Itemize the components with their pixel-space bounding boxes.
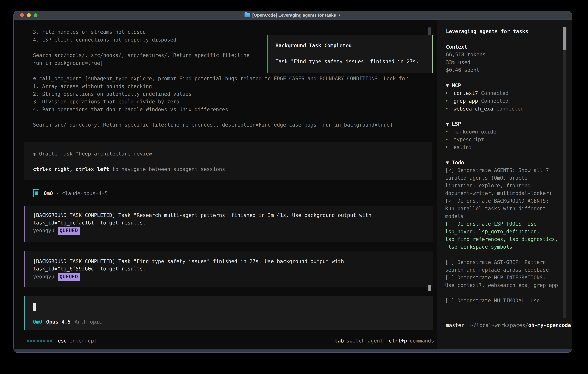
separator-dot: ·: [53, 190, 62, 197]
ctrlp-key-label: ctrl+p: [389, 337, 407, 345]
mcp-section-header[interactable]: ▼ MCP: [446, 82, 461, 89]
session-title: Leveraging agents for tasks: [446, 28, 528, 35]
mcp-item: • grep_app Connected: [445, 97, 508, 105]
toast-title: Background Task Completed: [275, 42, 352, 50]
checkbox-empty-icon: [ ]: [445, 275, 457, 280]
agent-model: claude-opus-4-5: [62, 190, 108, 197]
context-heading: Context: [446, 43, 467, 51]
terminal-pane: 3. File handles or streams not closed 4.…: [14, 20, 437, 349]
agent-square-icon: [33, 189, 39, 197]
scrollback-line: run_in_background=true]: [33, 59, 103, 67]
todo-item-pending: [ ] Demonstrate AST-GREP: Pattern search…: [445, 259, 567, 274]
ctrlp-action-label: commands: [410, 337, 434, 345]
prompt-input[interactable]: OmO Opus 4.5 Anthropic: [24, 296, 433, 330]
todo-list: [✓] Demonstrate AGENTS: Show all 7 curat…: [445, 166, 567, 304]
sidebar-scrollbar-track[interactable]: [563, 27, 567, 318]
chevron-down-icon: ▼: [446, 159, 449, 166]
background-task-message: [BACKGROUND TASK COMPLETED] Task "Resear…: [24, 206, 433, 242]
lsp-item: • typescript: [445, 136, 484, 144]
agent-name: OmO: [44, 190, 53, 197]
window-title: [OpenCode] Leveraging agents for tasks: [252, 13, 336, 18]
message-text: [BACKGROUND TASK COMPLETED] Task "Find t…: [33, 258, 344, 265]
bullet-icon: •: [445, 128, 454, 136]
tool-call-tail: Search src/ directory. Return specific f…: [33, 121, 393, 129]
message-text: task_id="bg_dcfac161" to get results.: [33, 219, 146, 227]
bullet-icon: •: [445, 89, 454, 97]
bullet-icon: •: [445, 144, 454, 151]
esc-action-label: interrupt: [69, 337, 97, 345]
sidebar-scrollbar-thumb[interactable]: [563, 27, 567, 50]
workspace-path: ~/local-workspaces/oh-my-opencode:: [446, 314, 572, 337]
background-task-message: [BACKGROUND TASK COMPLETED] Task "Find t…: [24, 251, 433, 287]
todo-section-header[interactable]: ▼ Todo: [446, 159, 464, 166]
shortcut-keys: ctrl+x right, ctrl+x left: [33, 166, 109, 172]
context-tokens: 66,518 tokens: [446, 51, 485, 58]
lsp-item: • eslint: [445, 144, 472, 151]
todo-item-active: [ ] Demonstrate LSP TOOLS: Use lsp_hover…: [445, 220, 567, 251]
tool-call-line: ⚙ call_omo_agent [subagent_type=explore,…: [33, 75, 408, 83]
workspace-branch: master: [446, 322, 464, 329]
session-half-circle-icon: ◐: [338, 13, 341, 18]
oracle-task-box: ◉ Oracle Task "Deep architecture review"…: [24, 142, 432, 180]
bullet-icon: •: [445, 136, 454, 144]
input-provider: Anthropic: [75, 318, 102, 326]
toast-body: Task "Find type safety issues" finished …: [275, 58, 419, 65]
scrollback-line: 3. File handles or streams not closed: [33, 28, 146, 36]
background-task-toast: Background Task Completed Task "Find typ…: [267, 35, 433, 73]
shortcut-bar: esc interrupt tab switch agent ctrl+p co…: [14, 337, 437, 345]
todo-item-pending: [ ] Demonstrate MCP INTEGRATIONS: Use co…: [445, 274, 567, 289]
mcp-item: • context7 Connected: [445, 89, 508, 97]
status-badge: QUEUED: [58, 273, 80, 281]
input-model: Opus 4.5: [46, 318, 71, 326]
activity-dots-icon: [27, 340, 52, 342]
checkbox-empty-icon: [ ]: [445, 298, 457, 303]
message-text: [BACKGROUND TASK COMPLETED] Task "Resear…: [33, 211, 371, 219]
tool-call-name: call_omo_agent: [39, 76, 82, 82]
tool-call-list-item: 4. Path operations that don't handle Win…: [33, 106, 228, 113]
bullet-icon: •: [445, 97, 454, 105]
checkbox-checked-icon: [✓]: [445, 198, 457, 204]
lsp-section-header[interactable]: ▼ LSP: [446, 120, 461, 128]
todo-item-pending: [ ] Demonstrate MULTIMODAL: Use: [445, 297, 567, 304]
oracle-task-title: Oracle Task "Deep architecture review": [36, 151, 155, 157]
status-badge: QUEUED: [58, 227, 80, 235]
scrollback-line: 4. LSP client connections not properly d…: [33, 36, 176, 44]
chevron-down-icon: ▼: [446, 82, 449, 89]
agent-header: OmO · claude-opus-4-5: [33, 189, 108, 197]
esc-key-label: esc: [58, 337, 67, 345]
lsp-item: • markdown-oxide: [445, 128, 496, 136]
todo-item-done: [✓] Demonstrate AGENTS: Show all 7 curat…: [445, 166, 567, 197]
window-bottom-bar: [14, 349, 572, 353]
tab-key-label: tab: [335, 337, 344, 345]
checkbox-empty-icon: [ ]: [445, 259, 457, 265]
chevron-down-icon: ▼: [446, 120, 449, 128]
checkbox-checked-icon: [✓]: [445, 167, 457, 173]
app-window: [OpenCode] Leveraging agents for tasks ◐…: [14, 11, 572, 353]
tool-call-list-item: 2. String operations on potentially unde…: [33, 90, 191, 98]
terminal-scrollbar-thumb[interactable]: [428, 285, 431, 291]
message-text: task_id="bg_6f59260c" to get results.: [33, 265, 146, 273]
tab-action-label: switch agent: [346, 337, 383, 345]
session-sidebar: Leveraging agents for tasks Context 66,5…: [437, 20, 572, 349]
message-author: yeongyu: [33, 227, 54, 234]
title-bar: [OpenCode] Leveraging agents for tasks ◐: [14, 11, 572, 20]
checkbox-empty-icon: [ ]: [445, 221, 457, 227]
context-used: 33% used: [446, 59, 470, 66]
gear-icon: ⚙: [33, 76, 36, 82]
terminal-scrollbar-segment[interactable]: [428, 28, 431, 35]
input-agent-name: OmO: [33, 318, 42, 326]
mcp-item: • websearch_exa Connected: [445, 105, 524, 113]
tool-call-args: [subagent_type=explore, prompt=Find pote…: [82, 76, 408, 82]
tool-call-list-item: 3. Division operations that could divide…: [33, 98, 179, 105]
bullet-icon: •: [445, 105, 454, 113]
shortcut-hint: to navigate between subagent sessions: [109, 166, 225, 172]
message-author: yeongyu: [33, 273, 54, 280]
scrollback-line: Search src/tools/, src/hooks/, src/featu…: [33, 52, 250, 59]
radio-dot-icon: ◉: [33, 151, 36, 157]
tool-call-list-item: 1. Array access without bounds checking: [33, 83, 152, 90]
folder-icon: [244, 13, 250, 17]
todo-item-done: [✓] Demonstrate BACKGROUND AGENTS: Run p…: [445, 197, 567, 220]
text-cursor: [33, 303, 36, 311]
context-spent: $0.46 spent: [446, 66, 480, 74]
